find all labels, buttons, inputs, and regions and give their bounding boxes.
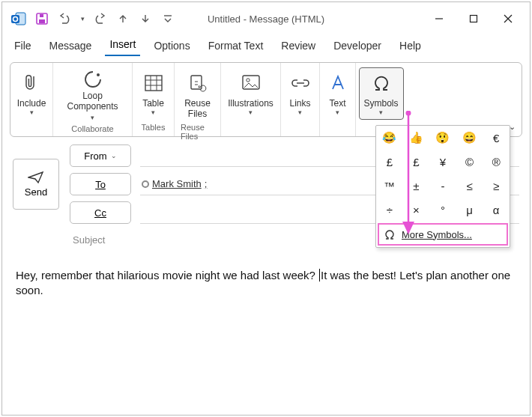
- save-icon[interactable]: [32, 9, 52, 28]
- ribbon-label: Links: [290, 98, 311, 109]
- symbol-cell[interactable]: ©: [456, 150, 483, 174]
- symbol-cell[interactable]: α: [483, 198, 510, 222]
- group-label: Collaborate: [71, 124, 113, 135]
- down-arrow-icon[interactable]: [136, 9, 155, 28]
- ribbon-label: Include: [17, 98, 46, 109]
- cc-button[interactable]: Cc: [70, 201, 131, 224]
- svg-rect-12: [145, 76, 162, 91]
- symbol-cell[interactable]: €: [483, 126, 510, 150]
- omega-icon: [384, 228, 396, 240]
- tab-format-text[interactable]: Format Text: [204, 37, 268, 56]
- svg-rect-8: [471, 16, 477, 22]
- loop-icon: [83, 70, 103, 89]
- qat-customize-icon[interactable]: [158, 9, 178, 28]
- presence-icon: [142, 180, 149, 188]
- chevron-down-icon: ▾: [30, 109, 34, 116]
- chevron-down-icon: ▾: [379, 109, 383, 116]
- symbol-cell[interactable]: -: [429, 174, 456, 198]
- table-button[interactable]: Table ▾: [137, 67, 169, 120]
- omega-icon: [372, 74, 391, 92]
- text-cursor: [319, 269, 320, 281]
- close-button[interactable]: [491, 7, 525, 31]
- ribbon-label: Symbols: [364, 98, 399, 109]
- send-button[interactable]: Send: [13, 159, 59, 210]
- to-button[interactable]: To: [70, 173, 131, 195]
- body-text-pre: Hey, remember that hilarious movie night…: [16, 269, 318, 281]
- symbol-cell[interactable]: °: [429, 198, 456, 222]
- subject-label: Subject: [73, 234, 105, 246]
- loop-components-button[interactable]: Loop Components ▾: [59, 67, 126, 124]
- symbol-cell[interactable]: 😂: [376, 126, 403, 150]
- cc-label: Cc: [94, 207, 106, 219]
- symbol-cell[interactable]: ÷: [376, 198, 403, 222]
- tab-review[interactable]: Review: [276, 37, 320, 56]
- symbols-dropdown: 😂 👍 😲 😄 € £ £ ¥ © ® ™ ± - ≤ ≥ ÷ × ° μ α …: [375, 125, 510, 248]
- link-icon: [291, 76, 310, 90]
- quick-access-toolbar: ▾: [32, 9, 178, 28]
- text-a-icon: [330, 74, 346, 92]
- send-icon: [28, 171, 44, 184]
- svg-rect-5: [40, 14, 43, 17]
- symbol-cell[interactable]: ¥: [429, 150, 456, 174]
- chevron-down-icon: ▾: [151, 109, 155, 116]
- chevron-down-icon: ▾: [249, 109, 253, 116]
- symbol-cell[interactable]: ®: [483, 150, 510, 174]
- ribbon-label: Illustrations: [228, 98, 273, 109]
- links-button[interactable]: Links ▾: [285, 67, 316, 120]
- from-button[interactable]: From ⌄: [70, 144, 131, 167]
- undo-more-icon[interactable]: ▾: [77, 9, 88, 28]
- symbol-cell[interactable]: ±: [403, 174, 430, 198]
- recipient-name: Mark Smith: [152, 178, 202, 189]
- titlebar: ▾ Untitled - Message (HTML): [2, 2, 530, 35]
- chevron-down-icon: ▾: [298, 109, 302, 116]
- window-title: Untitled - Message (HTML): [208, 13, 324, 25]
- from-label: From: [84, 150, 106, 162]
- outlook-app-icon: [10, 10, 28, 28]
- redo-icon[interactable]: [91, 9, 110, 28]
- tab-options[interactable]: Options: [149, 37, 194, 56]
- more-symbols-button[interactable]: More Symbols...: [378, 223, 508, 246]
- ribbon-label: Text: [330, 98, 346, 109]
- group-label: Reuse Files: [181, 123, 214, 135]
- svg-point-11: [97, 73, 100, 76]
- tab-message[interactable]: Message: [45, 37, 97, 56]
- svg-point-19: [246, 79, 249, 82]
- tab-insert[interactable]: Insert: [105, 35, 140, 56]
- symbol-cell[interactable]: £: [403, 150, 430, 174]
- tab-developer[interactable]: Developer: [329, 37, 386, 56]
- tab-file[interactable]: File: [10, 37, 36, 56]
- symbol-cell[interactable]: ™: [376, 174, 403, 198]
- tab-help[interactable]: Help: [395, 37, 426, 56]
- symbol-cell[interactable]: ≥: [483, 174, 510, 198]
- menu-tabs: File Message Insert Options Format Text …: [2, 35, 530, 56]
- reuse-files-icon: [189, 74, 207, 92]
- paperclip-icon: [24, 73, 39, 93]
- symbol-cell[interactable]: ≤: [456, 174, 483, 198]
- symbol-cell[interactable]: ×: [403, 198, 430, 222]
- symbol-cell[interactable]: μ: [456, 198, 483, 222]
- group-label: Tables: [142, 123, 166, 135]
- minimize-button[interactable]: [422, 7, 456, 31]
- svg-rect-4: [39, 19, 45, 23]
- undo-icon[interactable]: [55, 9, 74, 28]
- chevron-down-icon: ▾: [336, 109, 339, 116]
- symbol-cell[interactable]: 😲: [429, 126, 456, 150]
- include-button[interactable]: Include ▾: [12, 67, 52, 120]
- recipient-chip[interactable]: Mark Smith;: [142, 178, 207, 189]
- text-button[interactable]: Text ▾: [324, 67, 351, 120]
- ribbon-label: Loop Components ▾: [64, 91, 121, 122]
- symbols-button[interactable]: Symbols ▾: [359, 67, 404, 120]
- ribbon-label: Table: [142, 98, 164, 109]
- illustrations-button[interactable]: Illustrations ▾: [223, 67, 279, 120]
- table-icon: [145, 75, 163, 91]
- up-arrow-icon[interactable]: [113, 9, 133, 28]
- symbol-cell[interactable]: 😄: [456, 126, 483, 150]
- symbol-cell[interactable]: £: [376, 150, 403, 174]
- symbol-cell[interactable]: 👍: [403, 126, 430, 150]
- message-body[interactable]: Hey, remember that hilarious movie night…: [2, 256, 530, 311]
- svg-rect-1: [11, 15, 19, 23]
- maximize-button[interactable]: [456, 7, 491, 31]
- reuse-files-button[interactable]: Reuse Files: [179, 67, 216, 121]
- more-symbols-label: More Symbols...: [402, 229, 472, 240]
- ribbon-label: Reuse Files: [184, 98, 211, 119]
